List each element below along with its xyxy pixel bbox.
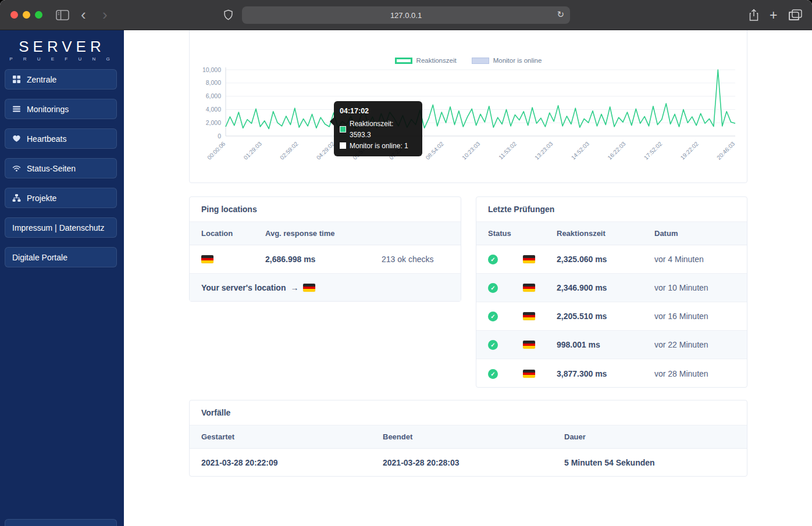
svg-text:00:00:06: 00:00:06 (206, 140, 227, 161)
arrow-right-icon: → (290, 283, 298, 292)
svg-text:16:22:03: 16:22:03 (606, 140, 627, 161)
legend-label: Reaktionszeit (416, 57, 457, 64)
sidebar-item-label: Heartbeats (27, 134, 66, 144)
checks-table-body: ✓ 2,325.060 ms vor 4 Minuten ✓ 2,346.900… (476, 245, 747, 388)
sidebar-item-digitale-portale[interactable]: Digitale Portale (5, 247, 117, 267)
address-bar[interactable]: 127.0.0.1 ↻ (242, 6, 570, 24)
chart-legend: Reaktionszeit Monitor is online (190, 57, 747, 64)
check-row: ✓ 2,205.510 ms vor 16 Minuten (476, 302, 747, 331)
check-date: vor 4 Minuten (654, 255, 747, 264)
card-title-letzte-pruefungen: Letzte Prüfungen (476, 197, 747, 222)
column-header-avg-response: Avg. response time (265, 229, 382, 238)
svg-text:11:53:02: 11:53:02 (497, 140, 518, 160)
card-title-ping-locations: Ping locations (190, 197, 461, 222)
germany-flag-icon (523, 284, 535, 292)
privacy-shield-icon[interactable] (223, 9, 233, 23)
sidebar-toggle-icon[interactable] (56, 10, 69, 23)
minimize-window-button[interactable] (23, 11, 30, 19)
sidebar-item-monitorings[interactable]: Monitorings (5, 99, 117, 119)
svg-text:04:29:02: 04:29:02 (315, 140, 336, 161)
traffic-lights (10, 11, 42, 19)
ping-locations-card: Ping locations Location Avg. response ti… (189, 196, 461, 302)
response-time-value: 3,877.300 ms (557, 369, 654, 378)
reload-icon[interactable]: ↻ (557, 9, 564, 20)
main-content: Reaktionszeit Monitor is online 02,0004,… (124, 30, 812, 526)
sidebar-item-label: Digitale Portale (12, 253, 67, 262)
card-title-vorfaelle: Vorfälle (190, 400, 747, 425)
check-date: vor 22 Minuten (654, 340, 747, 349)
tooltip-line2: Monitor is online: 1 (350, 141, 408, 152)
grid-icon (12, 75, 21, 84)
new-tab-button[interactable]: + (770, 8, 777, 23)
response-time-value: 2,205.510 ms (557, 312, 654, 321)
server-location-label: Your server's location (201, 283, 286, 292)
wifi-icon (12, 164, 21, 173)
incident-row: 2021-03-28 20:22:09 2021-03-28 20:28:03 … (190, 449, 747, 476)
tooltip-title: 04:17:02 (340, 106, 416, 117)
column-header-dauer: Dauer (564, 432, 747, 441)
svg-text:4,000: 4,000 (206, 106, 221, 113)
response-time-line-chart[interactable]: 02,0004,0006,0008,00010,00000:00:0601:29… (190, 65, 748, 173)
server-location-row: Your server's location → (190, 274, 461, 301)
column-header-location: Location (201, 229, 265, 238)
sidebar-item-label: Projekte (27, 194, 56, 203)
germany-flag-icon (523, 255, 535, 263)
app-logo: SERVER P R U E F U N G (0, 30, 124, 67)
legend-item-reaktionszeit[interactable]: Reaktionszeit (395, 57, 457, 64)
check-row: ✓ 998.001 ms vor 22 Minuten (476, 331, 747, 359)
svg-text:0: 0 (218, 133, 221, 139)
response-time-value: 2,325.060 ms (557, 255, 654, 264)
legend-item-monitor-online[interactable]: Monitor is online (472, 57, 542, 64)
incidents-card: Vorfälle Gestartet Beendet Dauer 2021-03… (189, 400, 747, 477)
svg-text:8,000: 8,000 (206, 79, 221, 86)
share-icon[interactable] (749, 9, 759, 24)
check-row: ✓ 2,325.060 ms vor 4 Minuten (476, 245, 747, 274)
latest-checks-card: Letzte Prüfungen Status Reaktionszeit Da… (476, 196, 747, 388)
svg-text:2,000: 2,000 (206, 119, 221, 126)
incident-end: 2021-03-28 20:28:03 (383, 458, 564, 467)
column-header-reaktionszeit: Reaktionszeit (557, 229, 654, 238)
column-header-status: Status (488, 229, 557, 238)
check-row: ✓ 2,346.900 ms vor 10 Minuten (476, 274, 747, 302)
tooltip-line1: Reaktionszeit: 3593.3 (350, 119, 416, 140)
back-button[interactable]: ‹ (81, 7, 86, 22)
tab-overview-icon[interactable] (789, 9, 802, 23)
svg-text:01:29:03: 01:29:03 (243, 140, 263, 161)
svg-text:08:54:02: 08:54:02 (425, 140, 446, 161)
sidebar: SERVER P R U E F U N G Zentrale Monitori… (0, 30, 124, 526)
svg-text:10,000: 10,000 (202, 66, 221, 73)
sidebar-user-card[interactable]: Thomas Diekophr (5, 519, 117, 526)
germany-flag-icon (201, 255, 213, 263)
incidents-table-header: Gestartet Beendet Dauer (190, 425, 747, 449)
check-date: vor 10 Minuten (654, 283, 747, 292)
germany-flag-icon (523, 341, 535, 349)
avg-response-value: 2,686.998 ms (265, 255, 382, 264)
sidebar-item-label: Status-Seiten (27, 164, 76, 173)
sidebar-item-status-seiten[interactable]: Status-Seiten (5, 158, 117, 178)
sidebar-item-heartbeats[interactable]: Heartbeats (5, 128, 117, 149)
status-ok-icon: ✓ (488, 255, 498, 264)
zoom-window-button[interactable] (35, 11, 42, 19)
response-time-value: 2,346.900 ms (557, 283, 654, 292)
close-window-button[interactable] (10, 11, 18, 19)
sidebar-item-zentrale[interactable]: Zentrale (5, 69, 117, 90)
sidebar-item-label: Zentrale (27, 75, 56, 84)
ping-table-header: Location Avg. response time (190, 222, 461, 245)
svg-text:6,000: 6,000 (206, 92, 221, 99)
chart-tooltip: 04:17:02 Reaktionszeit: 3593.3 Monitor i… (334, 101, 422, 156)
ping-row: 2,686.998 ms 213 ok checks (190, 245, 461, 274)
column-header-datum: Datum (654, 229, 747, 238)
status-ok-icon: ✓ (488, 283, 498, 293)
url-text: 127.0.0.1 (390, 11, 422, 20)
tooltip-caret (330, 117, 334, 126)
sidebar-item-impressum-datenschutz[interactable]: Impressum | Datenschutz (5, 217, 117, 238)
tooltip-swatch-white (340, 142, 346, 149)
incident-start: 2021-03-28 20:22:09 (201, 458, 383, 467)
germany-flag-icon (523, 370, 535, 378)
sitemap-icon (12, 194, 21, 202)
forward-button[interactable]: › (102, 7, 108, 22)
svg-text:19:22:02: 19:22:02 (679, 140, 700, 161)
column-header-beendet: Beendet (383, 432, 564, 441)
sidebar-item-projekte[interactable]: Projekte (5, 188, 117, 208)
svg-text:13:23:03: 13:23:03 (533, 140, 554, 161)
